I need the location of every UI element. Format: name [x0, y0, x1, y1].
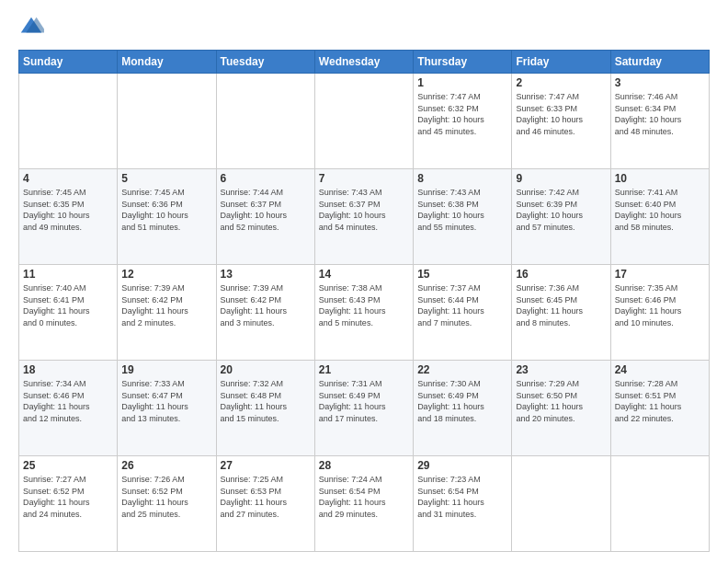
day-cell: 20Sunrise: 7:32 AM Sunset: 6:48 PM Dayli… — [216, 361, 314, 456]
day-cell — [118, 74, 216, 169]
day-number: 9 — [516, 172, 606, 185]
week-row-3: 11Sunrise: 7:40 AM Sunset: 6:41 PM Dayli… — [19, 265, 710, 361]
day-cell: 22Sunrise: 7:30 AM Sunset: 6:49 PM Dayli… — [414, 361, 512, 456]
day-number: 10 — [615, 172, 705, 185]
day-cell: 5Sunrise: 7:45 AM Sunset: 6:36 PM Daylig… — [118, 169, 216, 265]
day-info: Sunrise: 7:26 AM Sunset: 6:52 PM Dayligh… — [121, 474, 211, 520]
day-cell: 11Sunrise: 7:40 AM Sunset: 6:41 PM Dayli… — [19, 265, 118, 361]
day-number: 6 — [221, 172, 311, 185]
day-cell: 9Sunrise: 7:42 AM Sunset: 6:39 PM Daylig… — [512, 169, 610, 265]
day-info: Sunrise: 7:47 AM Sunset: 6:32 PM Dayligh… — [417, 91, 507, 137]
weekday-header-monday: Monday — [118, 51, 216, 74]
day-info: Sunrise: 7:43 AM Sunset: 6:38 PM Dayligh… — [417, 187, 507, 233]
day-cell: 16Sunrise: 7:36 AM Sunset: 6:45 PM Dayli… — [512, 265, 610, 361]
logo — [18, 15, 48, 40]
day-info: Sunrise: 7:43 AM Sunset: 6:37 PM Dayligh… — [319, 187, 409, 233]
day-info: Sunrise: 7:36 AM Sunset: 6:45 PM Dayligh… — [516, 282, 606, 328]
day-number: 17 — [615, 268, 705, 281]
day-number: 1 — [417, 76, 507, 89]
day-info: Sunrise: 7:44 AM Sunset: 6:37 PM Dayligh… — [221, 187, 311, 233]
day-cell: 24Sunrise: 7:28 AM Sunset: 6:51 PM Dayli… — [610, 361, 709, 456]
day-number: 16 — [516, 268, 606, 281]
day-cell: 2Sunrise: 7:47 AM Sunset: 6:33 PM Daylig… — [512, 74, 610, 169]
day-number: 21 — [319, 363, 409, 376]
week-row-2: 4Sunrise: 7:45 AM Sunset: 6:35 PM Daylig… — [19, 169, 710, 265]
day-number: 28 — [319, 459, 409, 472]
day-info: Sunrise: 7:45 AM Sunset: 6:35 PM Dayligh… — [23, 187, 113, 233]
day-info: Sunrise: 7:31 AM Sunset: 6:49 PM Dayligh… — [319, 378, 409, 424]
day-number: 14 — [319, 268, 409, 281]
weekday-header-tuesday: Tuesday — [216, 51, 314, 74]
day-info: Sunrise: 7:38 AM Sunset: 6:43 PM Dayligh… — [319, 282, 409, 328]
calendar-body: 1Sunrise: 7:47 AM Sunset: 6:32 PM Daylig… — [19, 74, 710, 552]
day-info: Sunrise: 7:23 AM Sunset: 6:54 PM Dayligh… — [417, 474, 507, 520]
day-info: Sunrise: 7:37 AM Sunset: 6:44 PM Dayligh… — [417, 282, 507, 328]
day-number: 26 — [121, 459, 211, 472]
day-info: Sunrise: 7:34 AM Sunset: 6:46 PM Dayligh… — [23, 378, 113, 424]
day-cell: 19Sunrise: 7:33 AM Sunset: 6:47 PM Dayli… — [118, 361, 216, 456]
day-number: 8 — [417, 172, 507, 185]
day-cell: 29Sunrise: 7:23 AM Sunset: 6:54 PM Dayli… — [414, 456, 512, 552]
day-number: 24 — [615, 363, 705, 376]
day-number: 20 — [221, 363, 311, 376]
day-cell: 6Sunrise: 7:44 AM Sunset: 6:37 PM Daylig… — [216, 169, 314, 265]
day-info: Sunrise: 7:39 AM Sunset: 6:42 PM Dayligh… — [221, 282, 311, 328]
day-number: 29 — [417, 459, 507, 472]
day-number: 11 — [23, 268, 113, 281]
day-info: Sunrise: 7:33 AM Sunset: 6:47 PM Dayligh… — [121, 378, 211, 424]
day-number: 27 — [221, 459, 311, 472]
day-cell — [610, 456, 709, 552]
day-info: Sunrise: 7:40 AM Sunset: 6:41 PM Dayligh… — [23, 282, 113, 328]
day-info: Sunrise: 7:47 AM Sunset: 6:33 PM Dayligh… — [516, 91, 606, 137]
day-info: Sunrise: 7:39 AM Sunset: 6:42 PM Dayligh… — [121, 282, 211, 328]
week-row-1: 1Sunrise: 7:47 AM Sunset: 6:32 PM Daylig… — [19, 74, 710, 169]
day-number: 13 — [221, 268, 311, 281]
logo-icon — [18, 15, 44, 40]
day-info: Sunrise: 7:45 AM Sunset: 6:36 PM Dayligh… — [121, 187, 211, 233]
day-info: Sunrise: 7:29 AM Sunset: 6:50 PM Dayligh… — [516, 378, 606, 424]
header — [18, 15, 710, 40]
day-number: 12 — [121, 268, 211, 281]
day-info: Sunrise: 7:24 AM Sunset: 6:54 PM Dayligh… — [319, 474, 409, 520]
weekday-header-thursday: Thursday — [414, 51, 512, 74]
day-cell: 27Sunrise: 7:25 AM Sunset: 6:53 PM Dayli… — [216, 456, 314, 552]
day-cell: 12Sunrise: 7:39 AM Sunset: 6:42 PM Dayli… — [118, 265, 216, 361]
day-number: 22 — [417, 363, 507, 376]
day-number: 5 — [121, 172, 211, 185]
day-number: 2 — [516, 76, 606, 89]
weekday-header-saturday: Saturday — [610, 51, 709, 74]
day-number: 7 — [319, 172, 409, 185]
day-cell: 8Sunrise: 7:43 AM Sunset: 6:38 PM Daylig… — [414, 169, 512, 265]
day-number: 25 — [23, 459, 113, 472]
day-cell: 15Sunrise: 7:37 AM Sunset: 6:44 PM Dayli… — [414, 265, 512, 361]
day-info: Sunrise: 7:41 AM Sunset: 6:40 PM Dayligh… — [615, 187, 705, 233]
day-info: Sunrise: 7:46 AM Sunset: 6:34 PM Dayligh… — [615, 91, 705, 137]
day-cell — [314, 74, 413, 169]
day-cell: 14Sunrise: 7:38 AM Sunset: 6:43 PM Dayli… — [314, 265, 413, 361]
day-info: Sunrise: 7:25 AM Sunset: 6:53 PM Dayligh… — [221, 474, 311, 520]
day-cell: 26Sunrise: 7:26 AM Sunset: 6:52 PM Dayli… — [118, 456, 216, 552]
day-cell: 4Sunrise: 7:45 AM Sunset: 6:35 PM Daylig… — [19, 169, 118, 265]
weekday-row: SundayMondayTuesdayWednesdayThursdayFrid… — [19, 51, 710, 74]
day-cell: 17Sunrise: 7:35 AM Sunset: 6:46 PM Dayli… — [610, 265, 709, 361]
day-number: 23 — [516, 363, 606, 376]
day-info: Sunrise: 7:35 AM Sunset: 6:46 PM Dayligh… — [615, 282, 705, 328]
day-number: 18 — [23, 363, 113, 376]
day-number: 19 — [121, 363, 211, 376]
page: SundayMondayTuesdayWednesdayThursdayFrid… — [0, 0, 728, 563]
day-cell: 3Sunrise: 7:46 AM Sunset: 6:34 PM Daylig… — [610, 74, 709, 169]
week-row-4: 18Sunrise: 7:34 AM Sunset: 6:46 PM Dayli… — [19, 361, 710, 456]
day-info: Sunrise: 7:32 AM Sunset: 6:48 PM Dayligh… — [221, 378, 311, 424]
day-number: 4 — [23, 172, 113, 185]
day-number: 15 — [417, 268, 507, 281]
calendar-header: SundayMondayTuesdayWednesdayThursdayFrid… — [19, 51, 710, 74]
day-cell — [512, 456, 610, 552]
weekday-header-wednesday: Wednesday — [314, 51, 413, 74]
day-cell: 10Sunrise: 7:41 AM Sunset: 6:40 PM Dayli… — [610, 169, 709, 265]
day-cell: 28Sunrise: 7:24 AM Sunset: 6:54 PM Dayli… — [314, 456, 413, 552]
day-number: 3 — [615, 76, 705, 89]
day-cell: 18Sunrise: 7:34 AM Sunset: 6:46 PM Dayli… — [19, 361, 118, 456]
day-cell — [216, 74, 314, 169]
day-cell: 23Sunrise: 7:29 AM Sunset: 6:50 PM Dayli… — [512, 361, 610, 456]
day-cell: 25Sunrise: 7:27 AM Sunset: 6:52 PM Dayli… — [19, 456, 118, 552]
